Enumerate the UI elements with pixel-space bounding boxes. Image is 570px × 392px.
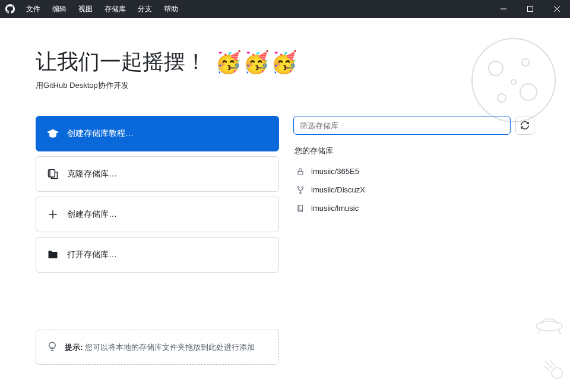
- svg-line-18: [538, 329, 540, 334]
- party-face-icon: 🥳: [271, 52, 297, 73]
- menu-view[interactable]: 视图: [72, 0, 99, 18]
- open-button[interactable]: 打开存储库…: [36, 237, 279, 273]
- repo-item[interactable]: lmusiic/lmusic: [293, 199, 534, 217]
- repo-name: lmusiic/365E5: [311, 167, 359, 176]
- menu-edit[interactable]: 编辑: [46, 0, 72, 18]
- moon-decoration: [469, 36, 558, 127]
- hero-title-text: 让我们一起摇摆！: [36, 48, 207, 77]
- lock-icon: [296, 167, 305, 176]
- repo-item[interactable]: lmusiic/DiscuzX: [293, 181, 534, 199]
- svg-line-19: [558, 329, 560, 334]
- party-face-icon: 🥳: [243, 52, 270, 73]
- close-button[interactable]: [543, 0, 570, 18]
- svg-line-23: [550, 360, 555, 366]
- menu-branch[interactable]: 分支: [132, 0, 158, 18]
- clone-button[interactable]: 克隆存储库…: [36, 156, 279, 192]
- tip-body: 您可以将本地的存储库文件夹拖放到此处进行添加: [85, 343, 255, 352]
- svg-point-6: [522, 59, 529, 66]
- plus-icon: [47, 209, 59, 220]
- close-icon: [554, 6, 560, 12]
- party-face-icon: 🥳: [215, 52, 242, 73]
- repos-header: 您的存储库: [294, 146, 534, 156]
- open-label: 打开存储库…: [67, 249, 117, 260]
- minimize-button[interactable]: [490, 0, 517, 18]
- svg-point-20: [552, 368, 562, 378]
- minimize-icon: [501, 6, 506, 12]
- hero-emoji-group: 🥳 🥳 🥳: [215, 52, 297, 73]
- menu-bar: 文件 编辑 视图 存储库 分支 帮助: [20, 0, 184, 18]
- folder-icon: [47, 249, 59, 261]
- create-label: 创建存储库…: [67, 209, 117, 220]
- comet-icon: [543, 359, 564, 380]
- repo-item[interactable]: lmusiic/365E5: [293, 162, 534, 181]
- right-column: 您的存储库 lmusiic/365E5 lmusiic/DiscuzX lmus…: [293, 116, 534, 365]
- menu-file[interactable]: 文件: [20, 0, 46, 18]
- fork-icon: [296, 186, 305, 194]
- tutorial-button[interactable]: 创建存储库教程…: [36, 116, 279, 151]
- svg-rect-1: [527, 7, 533, 12]
- create-button[interactable]: 创建存储库…: [36, 197, 279, 232]
- lightbulb-icon: [47, 341, 58, 353]
- tutorial-label: 创建存储库教程…: [67, 128, 134, 139]
- svg-point-5: [489, 61, 503, 75]
- mortarboard-icon: [47, 128, 59, 140]
- svg-point-9: [511, 80, 516, 84]
- svg-point-15: [302, 186, 303, 188]
- repo-name: lmusiic/DiscuzX: [311, 185, 365, 194]
- hero-title: 让我们一起摇摆！ 🥳 🥳 🥳: [36, 48, 534, 77]
- hero-subtitle: 用GitHub Desktop协作开发: [36, 80, 534, 91]
- tip-text: 提示: 您可以将本地的存储库文件夹拖放到此处进行添加: [65, 342, 255, 353]
- svg-point-14: [297, 186, 299, 188]
- ufo-icon: [534, 311, 564, 335]
- svg-rect-10: [49, 170, 55, 178]
- svg-point-8: [498, 94, 506, 102]
- clone-repo-icon: [47, 168, 59, 180]
- repo-icon: [296, 204, 305, 213]
- bottom-decorations: [534, 311, 564, 380]
- svg-line-22: [544, 366, 550, 371]
- maximize-icon: [527, 6, 533, 12]
- svg-point-7: [520, 84, 537, 100]
- clone-label: 克隆存储库…: [67, 169, 117, 179]
- tip-label: 提示:: [65, 343, 83, 352]
- menu-repository[interactable]: 存储库: [99, 0, 132, 18]
- svg-point-16: [300, 192, 301, 193]
- window-controls: [490, 0, 570, 18]
- left-column: 创建存储库教程… 克隆存储库… 创建存储库… 打开存储库…: [36, 116, 279, 365]
- menu-help[interactable]: 帮助: [158, 0, 184, 18]
- main-content: 让我们一起摇摆！ 🥳 🥳 🥳 用GitHub Desktop协作开发 创建存储库…: [0, 18, 570, 392]
- svg-rect-13: [298, 171, 303, 175]
- app-logo: [0, 4, 20, 14]
- repo-name: lmusiic/lmusic: [311, 204, 359, 213]
- tip-box: 提示: 您可以将本地的存储库文件夹拖放到此处进行添加: [36, 330, 279, 365]
- maximize-button[interactable]: [517, 0, 543, 18]
- titlebar: 文件 编辑 视图 存储库 分支 帮助: [0, 0, 570, 18]
